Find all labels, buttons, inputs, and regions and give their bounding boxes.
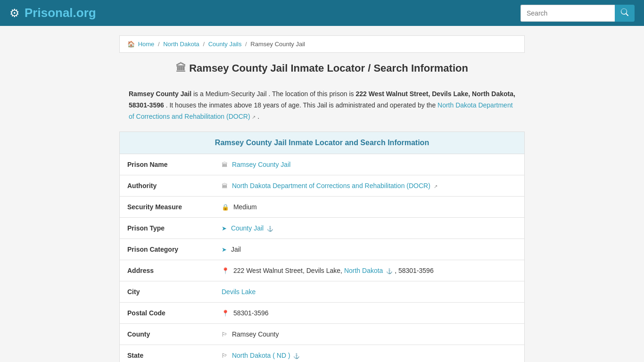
page-title-text: Ramsey County Jail Inmate Locator / Sear… bbox=[189, 62, 468, 74]
breadcrumb-sep-2: / bbox=[203, 41, 205, 48]
county-icon: 🏳 bbox=[222, 331, 228, 338]
search-button[interactable] bbox=[615, 5, 635, 22]
value-city: Devils Lake bbox=[214, 281, 524, 303]
value-prison-category: ➤ Jail bbox=[214, 239, 524, 260]
security-value: Medium bbox=[233, 203, 257, 211]
value-prison-name: 🏛 Ramsey County Jail bbox=[214, 154, 524, 175]
authority-ext-icon: ↗ bbox=[434, 184, 438, 189]
table-row-address: Address 📍 222 West Walnut Street, Devils… bbox=[120, 260, 524, 281]
logo-icon: ⚙ bbox=[9, 7, 20, 20]
value-prison-type: ➤ County Jail ⚓ bbox=[214, 218, 524, 239]
prison-category-value: Jail bbox=[231, 246, 241, 253]
description-text-end: . bbox=[257, 113, 259, 120]
label-postal: Postal Code bbox=[120, 303, 214, 324]
address-pre: 222 West Walnut Street, Devils Lake, bbox=[233, 267, 344, 274]
label-prison-name: Prison Name bbox=[120, 154, 214, 175]
logo-main: Prisonal bbox=[25, 6, 73, 20]
label-address: Address bbox=[120, 260, 214, 281]
ext-icon-desc: ↗ bbox=[252, 115, 256, 120]
logo-text: Prisonal.org bbox=[25, 6, 96, 20]
state-link[interactable]: North Dakota ( ND ) bbox=[232, 352, 290, 359]
postal-icon: 📍 bbox=[222, 310, 229, 317]
label-city: City bbox=[120, 281, 214, 303]
label-county: County bbox=[120, 324, 214, 345]
breadcrumb-sep-1: / bbox=[158, 41, 160, 48]
search-input[interactable] bbox=[520, 5, 615, 22]
table-row-security: Security Measure 🔒 Medium bbox=[120, 197, 524, 218]
label-prison-category: Prison Category bbox=[120, 239, 214, 260]
value-authority: 🏛 North Dakota Department of Corrections… bbox=[214, 175, 524, 197]
logo-tld: .org bbox=[73, 6, 96, 20]
breadcrumb-county-jails[interactable]: County Jails bbox=[208, 41, 242, 48]
security-type: Medium-Security Jail bbox=[206, 90, 267, 98]
authority-value-link[interactable]: North Dakota Department of Corrections a… bbox=[232, 182, 430, 189]
postal-value: 58301-3596 bbox=[233, 309, 269, 317]
label-security: Security Measure bbox=[120, 197, 214, 218]
prison-type-icon: ➤ bbox=[222, 225, 227, 232]
home-icon: 🏠 bbox=[127, 41, 135, 48]
value-security: 🔒 Medium bbox=[214, 197, 524, 218]
table-row-prison-name: Prison Name 🏛 Ramsey County Jail bbox=[120, 154, 524, 175]
security-icon: 🔒 bbox=[222, 204, 229, 211]
description-text-2: . The location of this prison is bbox=[268, 90, 355, 98]
info-section-header: Ramsey County Jail Inmate Locator and Se… bbox=[120, 132, 524, 154]
state-anchor-icon: ⚓ bbox=[293, 353, 300, 359]
logo-area: ⚙ Prisonal.org bbox=[9, 6, 96, 20]
table-row-postal: Postal Code 📍 58301-3596 bbox=[120, 303, 524, 324]
table-row-city: City Devils Lake bbox=[120, 281, 524, 303]
prison-name-link[interactable]: Ramsey County Jail bbox=[232, 161, 291, 168]
jail-name: Ramsey County Jail bbox=[129, 90, 191, 98]
info-table: Prison Name 🏛 Ramsey County Jail Authori… bbox=[120, 154, 524, 362]
search-area bbox=[520, 5, 635, 22]
city-link[interactable]: Devils Lake bbox=[222, 288, 256, 296]
page-title-jail-icon: 🏛 bbox=[176, 62, 186, 74]
description-text-3: . It houses the inmates above 18 years o… bbox=[166, 101, 436, 109]
site-header: ⚙ Prisonal.org bbox=[0, 0, 644, 26]
value-state: 🏳 North Dakota ( ND ) ⚓ bbox=[214, 345, 524, 362]
description-text-1: is a bbox=[193, 90, 206, 98]
value-address: 📍 222 West Walnut Street, Devils Lake, N… bbox=[214, 260, 524, 281]
authority-icon: 🏛 bbox=[222, 182, 228, 189]
table-row-authority: Authority 🏛 North Dakota Department of C… bbox=[120, 175, 524, 197]
label-prison-type: Prison Type bbox=[120, 218, 214, 239]
search-icon bbox=[621, 8, 628, 16]
breadcrumb-current: Ramsey County Jail bbox=[250, 41, 305, 48]
address-state-link[interactable]: North Dakota bbox=[344, 267, 383, 274]
table-row-state: State 🏳 North Dakota ( ND ) ⚓ bbox=[120, 345, 524, 362]
table-row-county: County 🏳 Ramsey County bbox=[120, 324, 524, 345]
value-postal: 📍 58301-3596 bbox=[214, 303, 524, 324]
description: Ramsey County Jail is a Medium-Security … bbox=[119, 84, 525, 132]
prison-type-link[interactable]: County Jail bbox=[231, 224, 264, 232]
state-icon: 🏳 bbox=[222, 352, 228, 359]
value-county: 🏳 Ramsey County bbox=[214, 324, 524, 345]
page-title: 🏛 Ramsey County Jail Inmate Locator / Se… bbox=[129, 62, 515, 74]
county-value: Ramsey County bbox=[232, 330, 279, 338]
breadcrumb-north-dakota[interactable]: North Dakota bbox=[163, 41, 199, 48]
page-title-area: 🏛 Ramsey County Jail Inmate Locator / Se… bbox=[119, 62, 525, 74]
table-row-prison-category: Prison Category ➤ Jail bbox=[120, 239, 524, 260]
info-section: Ramsey County Jail Inmate Locator and Se… bbox=[119, 132, 525, 362]
prison-name-icon: 🏛 bbox=[222, 161, 228, 168]
breadcrumb-sep-3: / bbox=[245, 41, 247, 48]
content-wrapper: 🏠 Home / North Dakota / County Jails / R… bbox=[110, 26, 534, 362]
breadcrumb-home[interactable]: Home bbox=[138, 41, 155, 48]
address-anchor-icon: ⚓ bbox=[386, 268, 393, 274]
prison-category-icon: ➤ bbox=[222, 246, 227, 253]
breadcrumb: 🏠 Home / North Dakota / County Jails / R… bbox=[119, 35, 525, 53]
prison-type-anchor-icon: ⚓ bbox=[267, 226, 273, 231]
label-state: State bbox=[120, 345, 214, 362]
address-icon: 📍 bbox=[222, 267, 229, 274]
label-authority: Authority bbox=[120, 175, 214, 197]
table-row-prison-type: Prison Type ➤ County Jail ⚓ bbox=[120, 218, 524, 239]
address-post: , 58301-3596 bbox=[395, 267, 434, 274]
